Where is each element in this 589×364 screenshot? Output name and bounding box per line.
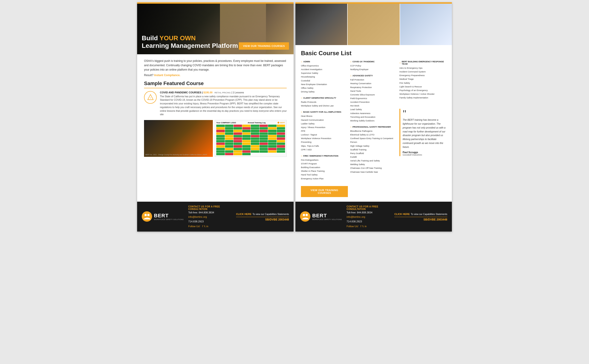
client-radio-protocols: Radio Protocols: [301, 100, 348, 104]
facebook-icon-2[interactable]: f: [361, 225, 361, 228]
client-workplace-divine: Workplace Safety and Divine Law: [301, 104, 348, 108]
admin-driving-safety: Driving Safety: [301, 90, 348, 94]
hero-title: Build YOUR OWN Learning Management Platf…: [142, 34, 238, 50]
bert-medical-triage: Medical Triage: [399, 77, 446, 81]
contact-block-1: CONTACT US FOR A FREE CONSULTATION Toll-…: [188, 205, 232, 228]
course-list-section: Basic Course List ADMIN Office Ergonomic…: [295, 45, 452, 202]
testimonial-border: " The BERT training has become a lightho…: [399, 109, 446, 156]
admin-office-ergonomics: Office Ergonomics: [301, 64, 348, 68]
bert-incident-command: Incident Command System: [399, 70, 446, 74]
client-generated-section: CLIENT GENERATED SPECIALTY Radio Protoco…: [301, 97, 348, 108]
result-value: Instant Compliance.: [154, 74, 180, 77]
view-btn-container: VIEW OUR TRAINING COURSES: [301, 184, 348, 197]
bert-chart-logo: 🔶 BERT: [277, 122, 285, 124]
hero-title-part2: Learning Management Platform: [142, 42, 238, 49]
prof-bloodborne: Bloodborne Pathogens: [350, 129, 397, 133]
prof-forklift: Forklift: [350, 155, 397, 159]
course-info: COVID AND PANDEMIC COURSES | $195.00 RET…: [160, 91, 287, 117]
result-line: Result? Instant Compliance.: [144, 74, 287, 77]
bert-psychology: Psychology of an Emergency: [399, 89, 446, 92]
covid-label: COVID-19 / PANDEMIC: [352, 60, 375, 63]
bert-brand-name-2: BERT: [312, 213, 342, 219]
adv-accident-prevention: Accident Prevention: [350, 100, 397, 104]
course-category: COVID AND PANDEMIC COURSES: [160, 91, 201, 94]
adv-respiratory-protection: Respiratory Protection: [350, 85, 397, 89]
covid-notifying: Notifying Employer: [350, 68, 397, 71]
professional-title: PROFESSIONAL SAFETY REFRESHER: [350, 126, 397, 128]
fire-emergency-label: FIRE / EMERGENCY PREPARATION: [303, 155, 338, 157]
client-generated-title: CLIENT GENERATED SPECIALTY: [301, 97, 348, 99]
basic-lockout-tagout: Lockout –Tagout: [301, 133, 348, 136]
image-caption: BERT Inc. 2021 - Orange County Fire Auth…: [146, 154, 207, 156]
course-column-1: ADMIN Office Ergonomics Accident Investi…: [301, 60, 348, 197]
bert-brand-text-1: BERT WORKPLACE SAFETY SOLUTIONS: [154, 213, 184, 220]
covid-section: COVID-19 / PANDEMIC CCP Policy Notifying…: [350, 60, 397, 71]
adv-asbestos: Asbestos Awareness: [350, 111, 397, 115]
view-training-btn-main[interactable]: VIEW OUR TRAINING COURSES: [301, 186, 348, 197]
chart-header: Your COMPANY LOGO Annual Training Log 🔶 …: [216, 122, 285, 124]
advanced-safety-label: ADVANCED SAFETY: [352, 74, 373, 77]
bert-fire-safety: Fire Safety: [399, 81, 446, 85]
toll-free-2: Toll-free: 844.808.3834: [346, 211, 372, 214]
view-training-btn-hero[interactable]: VIEW OUR TRAINING COURSES: [239, 42, 289, 50]
bert-workplace-violence: Workplace Violence / Active Shooter: [399, 92, 446, 96]
triangle-icon: !: [147, 94, 154, 101]
phone-1: 714.838.2923: [188, 220, 204, 223]
click-here-text-2[interactable]: CLICK HERE: [394, 213, 410, 215]
quote-mark: ": [403, 109, 446, 118]
basic-hazard-comm: Hazard Communication: [301, 118, 348, 122]
bert-brand-name-1: BERT: [154, 213, 184, 219]
contact-info-1: Toll-free: 844.808.3834 info@bertinc.org…: [188, 210, 232, 224]
prof-aerial-lifts: Aerial Lifts Training and Safety: [350, 159, 397, 162]
linkedin-icon-2[interactable]: in: [365, 225, 367, 228]
course-retail-label: [213, 91, 214, 94]
quote-text: The BERT training has become a lighthous…: [403, 118, 446, 149]
click-here-text-1[interactable]: CLICK HERE: [236, 213, 251, 215]
hero2-image-2: [348, 4, 399, 45]
chart-company-label: Your COMPANY LOGO: [216, 122, 236, 124]
contact-label-1: CONTACT US FOR A FREE CONSULTATION: [188, 205, 232, 210]
covid-title: COVID-19 / PANDEMIC: [350, 60, 397, 63]
quote-company: Goodwill Industries: [403, 154, 446, 156]
basic-safety-label: BASIC SAFETY FOR ALL EMPLOYEES: [303, 111, 341, 113]
fire-emergency-section: FIRE / EMERGENCY PREPARATION Fire Exting…: [301, 155, 348, 181]
course-lessons-count: 1 Lessons: [233, 91, 244, 94]
sample-course-title: Sample Featured Course: [144, 80, 287, 88]
bert-bert-section: BERT BUILDING EMERGENCY RESPONSE TEAM In…: [399, 60, 446, 100]
adv-fall-protection: Fall Protection: [350, 78, 397, 82]
prof-perry-scaffold: Perry Scaffold: [350, 151, 397, 155]
page-2-footer: BERT WORKPLACE SAFETY SOLUTIONS CONTACT …: [295, 202, 452, 232]
prof-scaffold: Scaffold Training: [350, 148, 397, 151]
svg-point-4: [303, 214, 305, 216]
email-link-1[interactable]: info@bertinc.org: [188, 215, 207, 218]
course-icon: !: [144, 91, 157, 104]
facebook-icon-1[interactable]: f: [202, 225, 203, 228]
admin-housekeeping: Housekeeping: [301, 75, 348, 79]
professional-section: PROFESSIONAL SAFETY REFRESHER Bloodborne…: [350, 126, 397, 174]
adv-hand-tools: Hand Tools: [350, 89, 397, 93]
adv-working-outdoors: Working Safely Outdoors: [350, 119, 397, 123]
images-row: BERT Inc. 2021 - Orange County Fire Auth…: [144, 120, 287, 157]
bert-logo-icon-1: [142, 211, 152, 222]
adv-hearing-conservation: Hearing Conservation: [350, 82, 397, 85]
hero-banner-1: Build YOUR OWN Learning Management Platf…: [137, 4, 294, 54]
contact-label-2: CONTACT US FOR A FREE CONSULTATION: [346, 205, 390, 210]
fire-emergency-action: Emergency Action Plan: [301, 177, 348, 181]
adv-field-ergonomics: Field Ergonomics: [350, 97, 397, 100]
description-text: OSHA's biggest push is training to your …: [144, 59, 287, 72]
covid-ccp-policy: CCP Policy: [350, 64, 397, 68]
bert-light-search: Light Search & Rescue: [399, 85, 446, 89]
advanced-safety-section: ADVANCED SAFETY Fall Protection Hearing …: [350, 74, 397, 123]
follow-label-1: Follow Us!: [188, 225, 200, 228]
training-log-chart: Your COMPANY LOGO Annual Training Log 🔶 …: [215, 120, 287, 157]
bert-logo-1: BERT WORKPLACE SAFETY SOLUTIONS: [142, 211, 184, 222]
bert-intro-ops: Intro to Emergency Ops: [399, 66, 446, 70]
linkedin-icon-1[interactable]: in: [206, 225, 208, 228]
twitter-icon-2[interactable]: 𝕏: [362, 225, 364, 228]
prof-electrical: Electrical Safety & LOTO: [350, 133, 397, 136]
course-column-2: COVID-19 / PANDEMIC CCP Policy Notifying…: [350, 60, 397, 197]
bert-emergency-prep: Emergency Preparedness: [399, 74, 446, 77]
email-link-2[interactable]: info@bertinc.org: [346, 215, 365, 218]
twitter-icon-1[interactable]: 𝕏: [204, 225, 206, 228]
bert-people-icon: [142, 212, 152, 221]
